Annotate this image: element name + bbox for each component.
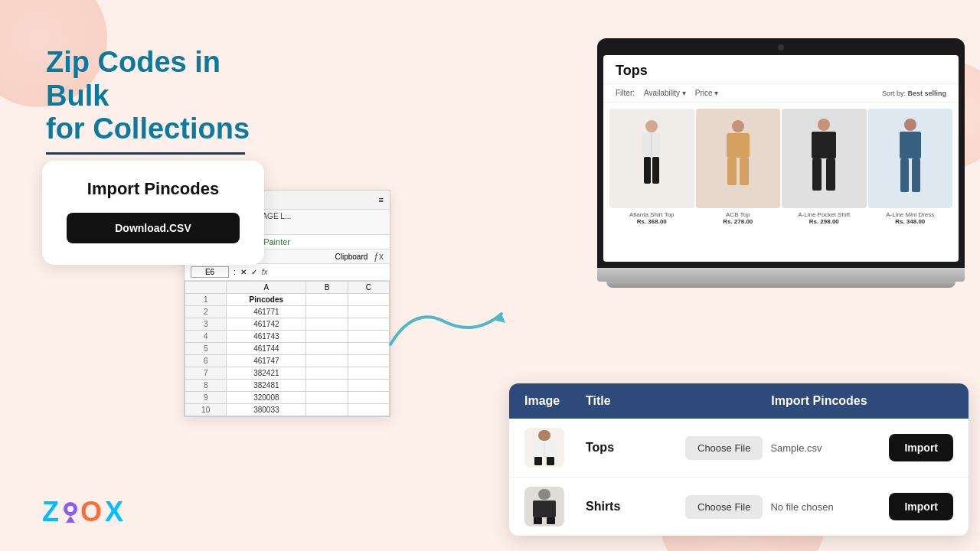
- col-c-header: C: [348, 282, 389, 294]
- product-card-4: A-Line Mini Dress Rs. 348.00: [868, 109, 953, 225]
- formula-icon: ƒx: [374, 251, 384, 262]
- product-img-4: [868, 109, 953, 208]
- cell-reference: E6: [191, 266, 229, 278]
- tops-import-button[interactable]: Import: [889, 434, 953, 461]
- product-price-3: Rs. 298.00: [782, 218, 867, 225]
- header-image: Image: [524, 394, 586, 408]
- svg-rect-14: [826, 158, 835, 191]
- shirts-import-button[interactable]: Import: [889, 493, 953, 520]
- laptop-camera: [778, 44, 784, 51]
- logo-o: O: [80, 496, 102, 528]
- shirts-label: Shirts: [586, 500, 685, 514]
- excel-row-6: 6 461747: [185, 355, 390, 367]
- price-filter[interactable]: Price ▾: [695, 89, 719, 97]
- svg-rect-17: [900, 158, 909, 192]
- shirts-thumbnail: [529, 488, 560, 525]
- svg-rect-11: [818, 119, 830, 131]
- product-name-3: A-Line Pocket Shift: [782, 211, 867, 218]
- svg-rect-23: [547, 457, 554, 465]
- excel-row-10: 10 380033: [185, 404, 390, 416]
- svg-rect-5: [644, 157, 651, 184]
- excel-row-9: 9 320008: [185, 392, 390, 404]
- logo-z: Z: [42, 496, 59, 528]
- sort-by: Sort by: Best selling: [882, 90, 946, 97]
- svg-rect-15: [904, 119, 916, 131]
- product-figure-4: [887, 116, 933, 201]
- svg-rect-27: [547, 517, 555, 524]
- product-img-1: [609, 109, 694, 208]
- excel-row-1: 1 Pincodes: [185, 294, 390, 306]
- svg-rect-26: [534, 517, 542, 524]
- import-pincodes-table: Image Title Import Pincodes Tops Choose …: [509, 383, 969, 536]
- store-title: Tops: [616, 63, 946, 79]
- title-line1: Zip Codes in Bulk: [46, 46, 220, 112]
- import-card-title: Import Pincodes: [67, 179, 240, 199]
- title-section: Zip Codes in Bulk for Collections: [46, 46, 291, 155]
- logo-pin-icon: [62, 501, 79, 523]
- svg-rect-6: [652, 157, 659, 184]
- formula-x-icon: ✕: [240, 268, 247, 276]
- svg-rect-18: [912, 158, 920, 192]
- excel-row-8: 8 382481: [185, 380, 390, 392]
- excel-row-5: 5 461744: [185, 343, 390, 355]
- product-price-2: Rs. 278.00: [696, 218, 781, 225]
- filter-label: Filter:: [616, 89, 635, 97]
- product-card-1: Atlanta Shirt Top Rs. 368.00: [609, 109, 694, 225]
- import-pincodes-card: Import Pincodes Download.CSV: [42, 161, 264, 265]
- cell-1b: [306, 294, 348, 306]
- table-row-tops: Tops Choose File Sample.csv Import: [509, 419, 969, 478]
- download-csv-button[interactable]: Download.CSV: [67, 213, 240, 243]
- store-filters: Filter: Availability ▾ Price ▾ Sort by: …: [603, 84, 959, 103]
- header-title: Title: [586, 394, 685, 408]
- row-num-1: 1: [185, 294, 227, 306]
- tops-label: Tops: [586, 441, 685, 455]
- svg-rect-8: [727, 133, 750, 158]
- laptop-bottom: [606, 282, 956, 288]
- flow-arrow: [383, 298, 521, 360]
- product-img-3: [782, 109, 867, 208]
- svg-rect-25: [533, 500, 556, 517]
- excel-formula-bar: E6 : ✕ ✓ fx: [185, 264, 390, 281]
- product-name-1: Atlanta Shirt Top: [609, 211, 694, 218]
- product-figure-3: [801, 116, 847, 201]
- tops-choose-file-button[interactable]: Choose File: [685, 436, 763, 460]
- shirts-file-name: No file chosen: [770, 501, 881, 513]
- pincodes-header: Pincodes: [227, 294, 306, 306]
- product-img-2: [696, 109, 781, 208]
- svg-rect-13: [812, 158, 822, 191]
- availability-filter[interactable]: Availability ▾: [644, 89, 686, 97]
- svg-rect-16: [900, 132, 921, 158]
- svg-point-29: [67, 506, 74, 512]
- svg-rect-19: [538, 430, 550, 441]
- product-name-2: ACB Top: [696, 211, 781, 218]
- table-row-shirts: Shirts Choose File No file chosen Import: [509, 478, 969, 536]
- col-b-header: B: [306, 282, 348, 294]
- product-price-4: Rs. 348.00: [868, 218, 953, 225]
- svg-marker-30: [66, 516, 75, 523]
- title-line2: for Collections: [46, 112, 250, 145]
- laptop-base: [597, 268, 965, 282]
- tops-thumbnail: [529, 429, 560, 466]
- laptop-mockup: Tops Filter: Availability ▾ Price ▾ Sort…: [597, 38, 965, 288]
- main-title: Zip Codes in Bulk for Collections: [46, 46, 291, 146]
- excel-grid: A B C 1 Pincodes 2 461771 3 461742: [185, 281, 390, 416]
- svg-rect-7: [732, 120, 744, 132]
- logo-x: X: [105, 496, 123, 528]
- formula-colon: :: [234, 268, 236, 276]
- formula-fx-icon: fx: [262, 268, 268, 276]
- laptop-display: Tops Filter: Availability ▾ Price ▾ Sort…: [603, 55, 959, 262]
- formula-check-icon: ✓: [251, 268, 257, 276]
- thumb-tops: [524, 428, 564, 468]
- shirts-choose-file-button[interactable]: Choose File: [685, 495, 763, 519]
- toolbar-spacer: ≡: [379, 195, 384, 204]
- product-card-2: ACB Top Rs. 278.00: [696, 109, 781, 225]
- svg-rect-22: [534, 457, 542, 465]
- svg-rect-1: [645, 120, 658, 132]
- excel-row-3: 3 461742: [185, 318, 390, 331]
- product-figure-2: [715, 116, 761, 201]
- svg-rect-24: [538, 489, 550, 500]
- title-underline: [46, 152, 245, 155]
- excel-row-4: 4 461743: [185, 331, 390, 343]
- header-import-pincodes: Import Pincodes: [685, 394, 953, 408]
- excel-row-7: 7 382421: [185, 367, 390, 380]
